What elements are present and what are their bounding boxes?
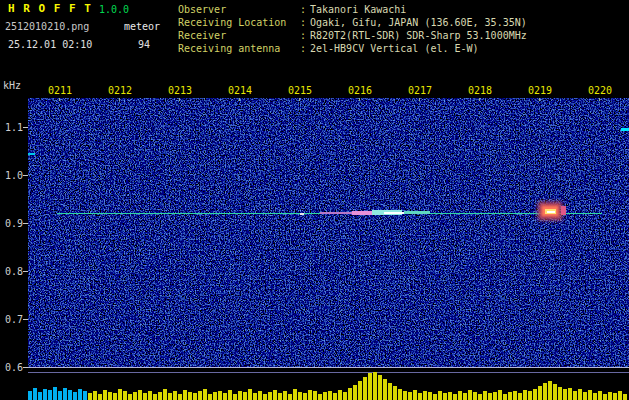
power-bar (363, 377, 367, 400)
power-bar (63, 388, 67, 400)
power-bar (93, 391, 97, 400)
power-bar (323, 392, 327, 400)
power-bar (238, 391, 242, 400)
power-bar (143, 393, 147, 400)
power-bar (568, 388, 572, 400)
power-bar (68, 390, 72, 400)
power-bar (518, 393, 522, 400)
power-bar (213, 392, 217, 400)
power-bar (258, 391, 262, 400)
power-bar (83, 391, 87, 400)
power-bar (113, 393, 117, 400)
power-bar (118, 389, 122, 400)
power-bar (43, 389, 47, 400)
power-bar (583, 392, 587, 400)
power-bar (123, 391, 127, 400)
power-bar (88, 393, 92, 400)
power-bar (403, 391, 407, 400)
power-bar (613, 393, 617, 400)
power-bar (253, 393, 257, 400)
power-bar (273, 390, 277, 400)
power-bar (98, 394, 102, 400)
power-bar (168, 393, 172, 400)
power-bar (468, 390, 472, 400)
power-bar (38, 392, 42, 400)
power-bar (478, 394, 482, 400)
power-bar (283, 391, 287, 400)
power-bar (423, 391, 427, 400)
power-bar (413, 390, 417, 400)
power-bar-chart (0, 0, 629, 400)
power-bar (528, 391, 532, 400)
power-bar (33, 388, 37, 400)
power-bar (608, 392, 612, 400)
power-bar (58, 391, 62, 400)
power-bar (598, 391, 602, 400)
power-bar (508, 392, 512, 400)
power-bar (158, 392, 162, 400)
hrofft-output-screen: H R O F F T 1.0.0 2512010210.png meteor … (0, 0, 629, 400)
power-bar (398, 389, 402, 400)
power-bar (418, 393, 422, 400)
power-bar (368, 373, 372, 400)
power-bar (53, 387, 57, 400)
power-bar (178, 394, 182, 400)
power-bar (503, 394, 507, 400)
power-bar (463, 393, 467, 400)
power-bar (328, 391, 332, 400)
power-bar (533, 389, 537, 400)
power-bar (433, 394, 437, 400)
power-bar (318, 394, 322, 400)
power-bar (473, 392, 477, 400)
power-bar (218, 391, 222, 400)
power-bar (373, 372, 377, 400)
power-bar (388, 383, 392, 400)
power-bar (173, 391, 177, 400)
power-bar (578, 389, 582, 400)
power-bar (513, 391, 517, 400)
power-bar (288, 394, 292, 400)
power-bar (488, 393, 492, 400)
power-bar (153, 394, 157, 400)
power-bar (378, 375, 382, 400)
power-bar (303, 393, 307, 400)
power-bar (108, 392, 112, 400)
power-bar (223, 393, 227, 400)
power-bar (358, 381, 362, 400)
power-bar (228, 390, 232, 400)
power-bar (443, 393, 447, 400)
power-bar (128, 394, 132, 400)
power-bar (78, 389, 82, 400)
power-bar (348, 388, 352, 400)
power-bar (243, 392, 247, 400)
power-bar (208, 394, 212, 400)
power-bar (538, 386, 542, 400)
power-bar (453, 394, 457, 400)
power-bar (293, 389, 297, 400)
power-bar (483, 391, 487, 400)
power-bar (618, 391, 622, 400)
power-bar (268, 392, 272, 400)
power-bar (428, 392, 432, 400)
power-bar (593, 393, 597, 400)
power-bar (563, 389, 567, 400)
power-bar (498, 390, 502, 400)
power-bar (133, 392, 137, 400)
power-bar (203, 389, 207, 400)
power-bar (343, 392, 347, 400)
power-bar (543, 383, 547, 400)
power-bar (233, 394, 237, 400)
power-bar (338, 390, 342, 400)
power-bar (278, 393, 282, 400)
power-bar (523, 390, 527, 400)
power-bar (198, 391, 202, 400)
power-bar (148, 391, 152, 400)
power-bar (313, 391, 317, 400)
power-bar (383, 379, 387, 400)
power-bar (193, 393, 197, 400)
power-bar (553, 384, 557, 400)
power-bar (73, 392, 77, 400)
power-bar (28, 391, 32, 400)
power-bar (353, 385, 357, 400)
power-bar (48, 390, 52, 400)
